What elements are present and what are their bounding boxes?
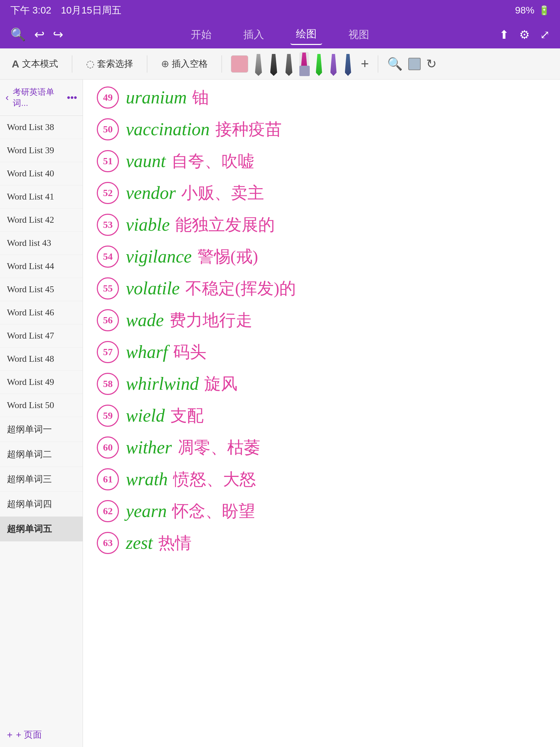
eraser-icon[interactable]: 🔍 — [387, 57, 403, 71]
sidebar-item-wl44[interactable]: Word List 44 — [0, 255, 83, 278]
sidebar-item-wl50[interactable]: Word List 50 — [0, 394, 83, 417]
main-area: ‹ 考研英语单词... ••• Word List 38Word List 39… — [0, 80, 560, 747]
pen-tool-gray[interactable] — [254, 52, 263, 76]
handwritten-content: 49uranium铀50vaccination接种疫苗51vaunt自夸、吹嘘5… — [97, 86, 546, 554]
sidebar-item-wl49[interactable]: Word List 49 — [0, 371, 83, 394]
search-icon[interactable]: 🔍 — [10, 27, 26, 42]
pen-tool-purple[interactable] — [329, 52, 338, 76]
entry-def-59: 支配 — [170, 406, 204, 426]
sidebar-item-ex3[interactable]: 超纲单词三 — [0, 467, 83, 492]
separator-4 — [378, 55, 378, 73]
sidebar-item-wl43[interactable]: Word list 43 — [0, 232, 83, 255]
sidebar-item-wl46[interactable]: Word List 46 — [0, 301, 83, 324]
tab-draw[interactable]: 绘图 — [290, 24, 322, 45]
status-right: 98% 🔋 — [515, 5, 550, 16]
entry-word-59: wield — [126, 405, 165, 426]
entry-word-60: wither — [126, 437, 172, 458]
text-mode-label: 文本模式 — [22, 58, 58, 70]
text-icon: A — [12, 58, 19, 70]
status-date: 10月15日周五 — [61, 4, 121, 17]
insert-space-icon: ⊕ — [161, 58, 169, 70]
sidebar-header: ‹ 考研英语单词... ••• — [0, 80, 83, 116]
status-time-date: 下午 3:02 10月15日周五 — [10, 4, 121, 17]
add-page-button[interactable]: + + 页面 — [0, 722, 83, 747]
sidebar-item-wl45[interactable]: Word List 45 — [0, 278, 83, 301]
entry-def-60: 凋零、枯萎 — [177, 437, 260, 458]
sidebar-item-wl40[interactable]: Word List 40 — [0, 162, 83, 185]
sidebar-item-wl48[interactable]: Word List 48 — [0, 348, 83, 371]
entry-number-49: 49 — [97, 86, 119, 109]
pen-tool-darkblue[interactable] — [344, 52, 353, 76]
sidebar-item-ex1[interactable]: 超纲单词一 — [0, 417, 83, 442]
entry-def-52: 小贩、卖主 — [181, 183, 264, 203]
status-time: 下午 3:02 — [10, 4, 51, 17]
add-page-icon: + — [7, 729, 12, 740]
separator-2 — [147, 55, 147, 73]
lasso-select-tool[interactable]: ◌ 套索选择 — [81, 56, 138, 72]
undo-icon[interactable]: ↩ — [34, 27, 45, 42]
entry-word-52: vendor — [126, 182, 176, 204]
entry-number-51: 51 — [97, 150, 119, 172]
sidebar-item-ex4[interactable]: 超纲单词四 — [0, 492, 83, 517]
entry-number-58: 58 — [97, 373, 119, 395]
sidebar-more-button[interactable]: ••• — [67, 92, 77, 103]
entry-word-55: volatile — [126, 278, 180, 299]
insert-space-tool[interactable]: ⊕ 插入空格 — [156, 56, 213, 72]
sidebar-item-wl41[interactable]: Word List 41 — [0, 185, 83, 209]
redo-icon[interactable]: ↪ — [53, 27, 63, 42]
tab-view[interactable]: 视图 — [343, 25, 375, 45]
pen-tool-green[interactable] — [315, 52, 324, 76]
note-area[interactable]: 49uranium铀50vaccination接种疫苗51vaunt自夸、吹嘘5… — [83, 80, 560, 747]
word-entry-51: 51vaunt自夸、吹嘘 — [97, 150, 546, 172]
battery-icon: 🔋 — [539, 5, 550, 16]
word-entry-53: 53viable能独立发展的 — [97, 214, 546, 236]
entry-number-53: 53 — [97, 214, 119, 236]
entry-word-51: vaunt — [126, 150, 166, 172]
entry-number-56: 56 — [97, 309, 119, 331]
add-tool-icon[interactable]: + — [361, 56, 369, 72]
entry-def-53: 能独立发展的 — [175, 215, 275, 235]
word-entry-55: 55volatile不稳定(挥发)的 — [97, 277, 546, 299]
sidebar-item-wl42[interactable]: Word List 42 — [0, 209, 83, 232]
separator-3 — [222, 55, 222, 73]
separator-1 — [72, 55, 72, 73]
color-swatch-pink[interactable] — [231, 55, 248, 73]
battery-indicator: 98% — [515, 5, 534, 16]
insert-space-label: 插入空格 — [172, 58, 208, 70]
sidebar-item-ex2[interactable]: 超纲单词二 — [0, 442, 83, 467]
sidebar-items-list: Word List 38Word List 39Word List 40Word… — [0, 116, 83, 542]
pen-tool-magenta-selected[interactable] — [299, 52, 309, 76]
tab-start[interactable]: 开始 — [185, 25, 217, 45]
sidebar-item-wl47[interactable]: Word List 47 — [0, 324, 83, 348]
color-box[interactable] — [408, 58, 421, 70]
tab-insert[interactable]: 插入 — [238, 25, 270, 45]
entry-def-49: 铀 — [192, 87, 209, 108]
entry-def-51: 自夸、吹嘘 — [171, 151, 254, 171]
entry-def-58: 旋风 — [204, 374, 237, 394]
word-entry-52: 52vendor小贩、卖主 — [97, 182, 546, 204]
sidebar-item-ex5[interactable]: 超纲单词五 — [0, 517, 83, 542]
pen-tool-darkgray[interactable] — [284, 52, 294, 76]
entry-number-63: 63 — [97, 532, 119, 554]
sidebar-item-wl38[interactable]: Word List 38 — [0, 116, 83, 139]
fullscreen-icon[interactable]: ⤢ — [540, 28, 550, 42]
entry-def-50: 接种疫苗 — [215, 119, 282, 139]
entry-word-53: viable — [126, 214, 170, 236]
status-bar: 下午 3:02 10月15日周五 98% 🔋 — [0, 0, 560, 21]
rotate-icon[interactable]: ↻ — [426, 57, 437, 71]
entry-word-49: uranium — [126, 87, 187, 108]
text-mode-tool[interactable]: A 文本模式 — [7, 56, 63, 72]
word-entry-60: 60wither凋零、枯萎 — [97, 436, 546, 459]
settings-icon[interactable]: ⚙ — [519, 28, 530, 42]
entry-def-55: 不稳定(挥发)的 — [185, 278, 296, 298]
entry-def-57: 码头 — [173, 342, 206, 362]
share-icon[interactable]: ⬆ — [499, 28, 509, 42]
entry-def-54: 警惕(戒) — [197, 247, 258, 267]
entry-def-61: 愤怒、大怒 — [173, 469, 256, 489]
word-entry-56: 56wade费力地行走 — [97, 309, 546, 331]
pen-tool-dark[interactable] — [269, 52, 279, 76]
entry-word-54: vigilance — [126, 246, 192, 267]
entry-number-55: 55 — [97, 277, 119, 299]
sidebar-back-button[interactable]: ‹ — [6, 92, 9, 103]
sidebar-item-wl39[interactable]: Word List 39 — [0, 139, 83, 162]
